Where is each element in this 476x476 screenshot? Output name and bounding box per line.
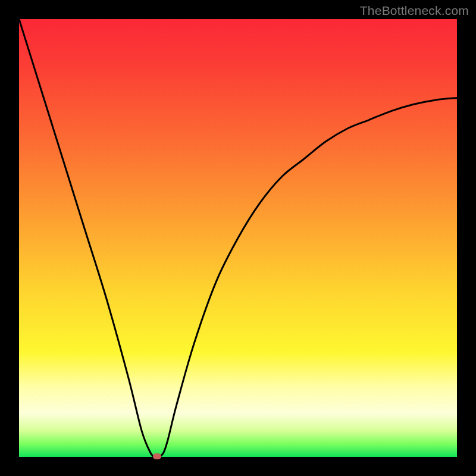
plot-area bbox=[19, 19, 457, 457]
optimal-point-marker bbox=[153, 453, 161, 459]
bottleneck-curve bbox=[19, 19, 457, 457]
chart-stage: TheBottleneck.com bbox=[0, 0, 476, 476]
watermark-text: TheBottleneck.com bbox=[360, 4, 469, 18]
curve-path bbox=[19, 19, 457, 457]
